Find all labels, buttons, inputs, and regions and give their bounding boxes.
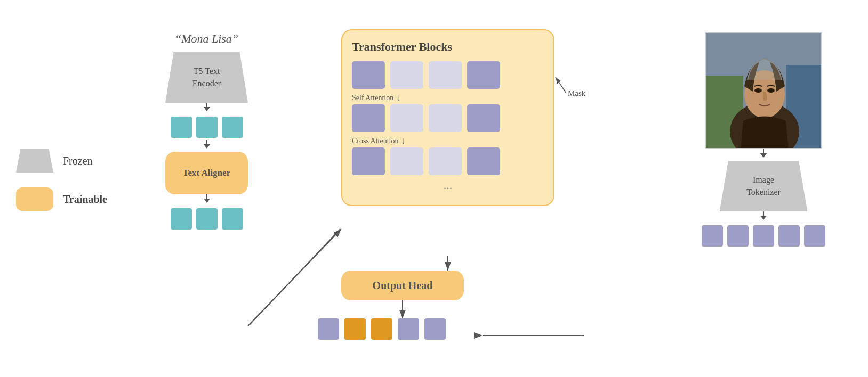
token-orange [344,318,366,340]
cell-purple [467,147,500,175]
t5-encoder-label: T5 TextEncoder [192,65,221,89]
token-teal [222,117,243,138]
token-purple [804,225,825,247]
trainable-legend-item: Trainable [16,187,107,211]
cell-light [390,147,423,175]
svg-line-14 [250,229,340,325]
t5-encoder-box: T5 TextEncoder [165,52,248,103]
cell-purple [352,147,385,175]
token-purple [727,225,749,247]
image-tokenizer-box: ImageTokenizer [720,161,808,211]
teal-token-row-1 [171,117,243,138]
cell-light [429,61,462,89]
mona-lisa-image [705,32,822,149]
frozen-label: Frozen [63,155,93,167]
token-purple [398,318,419,340]
cross-attention-label: Cross Attention ↓ [352,135,544,146]
image-column: ImageTokenizer [702,32,825,247]
token-teal [171,117,192,138]
svg-point-6 [754,88,762,93]
cell-light [390,61,423,89]
token-teal [196,208,218,230]
cell-purple [467,104,500,132]
output-head-label: Output Head [373,280,433,292]
frozen-legend-item: Frozen [16,149,107,173]
text-aligner-label: Text Aligner [183,167,231,179]
cell-purple [467,61,500,89]
token-purple [424,318,446,340]
trainable-icon [16,187,53,211]
image-tokens-row [702,225,825,247]
cell-light [429,104,462,132]
diagram: Frozen Trainable “Mona Lisa” T5 TextEnco… [0,0,868,377]
cell-purple [352,104,385,132]
svg-point-7 [767,88,775,93]
svg-text:Mask: Mask [568,89,586,97]
image-tokenizer-label: ImageTokenizer [746,174,781,198]
token-orange [371,318,392,340]
down-arrow-icon: ↓ [396,92,400,103]
token-teal [196,117,218,138]
token-teal [222,208,243,230]
text-encoder-column: “Mona Lisa” T5 TextEncoder Text Aligner [165,32,248,232]
token-purple [778,225,800,247]
output-tokens-row [318,318,446,340]
cell-light [429,147,462,175]
legend: Frozen Trainable [16,149,107,211]
dots: ... [352,178,544,192]
token-purple [318,318,339,340]
grid-row-1 [352,61,544,89]
trainable-label: Trainable [63,193,107,206]
transformer-title: Transformer Blocks [352,40,544,54]
grid-row-2 [352,104,544,132]
down-arrow-icon: ↓ [401,135,406,146]
mona-lisa-svg [706,33,822,149]
transformer-container: Transformer Blocks Self Attention ↓ Cros… [341,29,554,206]
token-purple [753,225,774,247]
svg-line-11 [556,77,566,93]
svg-line-8 [248,229,341,326]
input-label: “Mona Lisa” [175,32,238,46]
output-head-box: Output Head [341,271,464,300]
text-aligner-box: Text Aligner [165,152,248,194]
grid-row-3 [352,147,544,175]
cell-purple [352,61,385,89]
cell-light [390,104,423,132]
frozen-icon [16,149,53,173]
token-purple [702,225,723,247]
token-teal [171,208,192,230]
self-attention-label: Self Attention ↓ [352,92,544,103]
teal-token-row-2 [171,208,243,230]
